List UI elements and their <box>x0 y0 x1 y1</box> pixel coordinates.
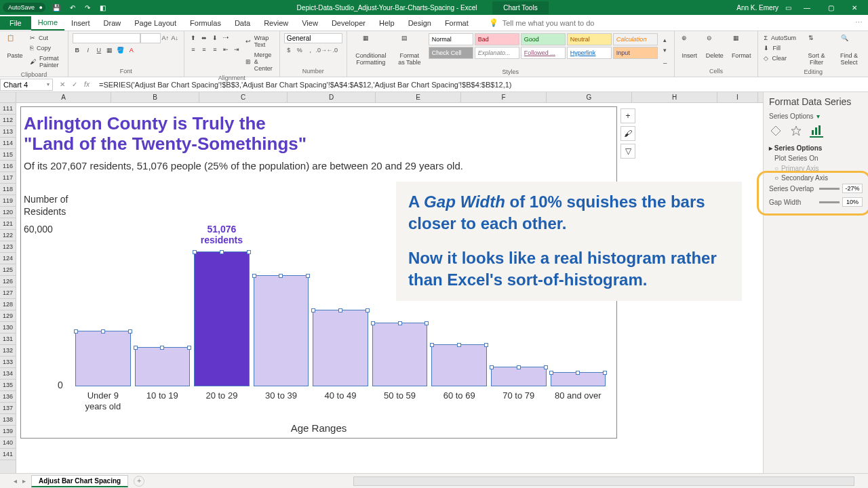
italic-button[interactable]: I <box>83 45 93 55</box>
styles-scroll-down-icon[interactable]: ▾ <box>660 45 670 55</box>
series-overlap-slider[interactable] <box>819 188 840 190</box>
tab-draw[interactable]: Draw <box>97 16 128 30</box>
column-header[interactable]: B <box>111 92 199 102</box>
increase-decimal-icon[interactable]: .0→ <box>317 45 326 55</box>
row-header[interactable]: 134 <box>0 368 16 380</box>
chart-elements-button[interactable]: + <box>620 108 635 123</box>
row-header[interactable]: 118 <box>0 184 16 195</box>
row-header[interactable]: 138 <box>0 414 16 426</box>
column-header[interactable]: E <box>376 92 461 102</box>
copy-button[interactable]: ⎘ Copy <box>28 43 64 53</box>
tell-me-input[interactable] <box>502 19 638 27</box>
sheet-tab-active[interactable]: Adjust Bar Chart Spacing <box>31 475 128 487</box>
series-options-tab-icon[interactable] <box>810 124 823 138</box>
tab-data[interactable]: Data <box>228 16 257 30</box>
tab-view[interactable]: View <box>295 16 325 30</box>
chart-subtitle[interactable]: Of its 207,607 residents, 51,076 people … <box>21 157 616 178</box>
row-header[interactable]: 127 <box>0 287 16 299</box>
next-sheet-icon[interactable]: ▸ <box>22 477 26 485</box>
series-options-section[interactable]: ▸ Series Options <box>769 144 863 152</box>
format-cells-button[interactable]: ▦Format <box>729 33 754 66</box>
undo-icon[interactable]: ↶ <box>67 3 78 13</box>
row-header[interactable]: 132 <box>0 345 16 357</box>
find-select-button[interactable]: 🔍Find & Select <box>834 33 864 67</box>
tab-page-layout[interactable]: Page Layout <box>127 16 183 30</box>
row-header[interactable]: 119 <box>0 195 16 207</box>
number-format-dropdown[interactable] <box>284 33 342 43</box>
align-middle-icon[interactable]: ⬌ <box>199 33 209 43</box>
font-size-input[interactable] <box>140 33 161 43</box>
bold-button[interactable]: B <box>73 45 82 55</box>
style-normal[interactable]: Normal <box>429 33 473 45</box>
styles-more-icon[interactable]: ⎯ <box>660 56 670 65</box>
bar[interactable] <box>75 331 131 386</box>
prev-sheet-icon[interactable]: ◂ <box>14 477 17 485</box>
series-overlap-field[interactable]: Series Overlap <box>769 184 863 193</box>
gap-width-field[interactable]: Gap Width <box>769 197 863 207</box>
x-axis-label[interactable]: 80 and over <box>551 390 606 411</box>
gap-width-slider[interactable] <box>819 201 840 203</box>
x-axis-label[interactable]: 10 to 19 <box>135 390 191 411</box>
align-left-icon[interactable]: ≡ <box>189 45 198 54</box>
sort-filter-button[interactable]: ⇅Sort & Filter <box>802 33 831 67</box>
format-painter-button[interactable]: 🖌 Format Painter <box>28 54 64 70</box>
tab-file[interactable]: File <box>0 16 31 30</box>
row-header[interactable]: 123 <box>0 241 16 253</box>
tab-help[interactable]: Help <box>372 16 401 30</box>
delete-cells-button[interactable]: ⊖Delete <box>703 33 726 66</box>
decrease-decimal-icon[interactable]: ←.0 <box>328 45 337 55</box>
tab-home[interactable]: Home <box>31 16 64 30</box>
style-neutral[interactable]: Neutral <box>567 33 612 45</box>
increase-font-icon[interactable]: A↑ <box>161 33 170 43</box>
effects-tab-icon[interactable] <box>789 124 803 138</box>
select-all-corner[interactable] <box>0 92 16 102</box>
row-header[interactable]: 116 <box>0 161 16 172</box>
maximize-button[interactable]: ▢ <box>823 3 840 13</box>
orientation-icon[interactable]: ⭬ <box>221 33 231 43</box>
style-input[interactable]: Input <box>613 47 658 59</box>
x-axis-label[interactable]: 70 to 79 <box>491 390 547 411</box>
row-header[interactable]: 124 <box>0 253 16 264</box>
column-header[interactable]: C <box>199 92 288 102</box>
row-header[interactable]: 126 <box>0 276 16 287</box>
clear-button[interactable]: ◇ Clear <box>762 54 799 63</box>
paste-button[interactable]: 📋 Paste <box>4 33 26 70</box>
tab-insert[interactable]: Insert <box>64 16 97 30</box>
row-header[interactable]: 141 <box>0 449 16 460</box>
underline-button[interactable]: U <box>94 45 104 55</box>
format-pane-options-dropdown[interactable]: Series Options ▾ <box>769 113 863 120</box>
indent-increase-icon[interactable]: ⇥ <box>232 45 241 54</box>
minimize-button[interactable]: — <box>798 3 816 13</box>
style-bad[interactable]: Bad <box>475 33 519 45</box>
row-header[interactable]: 137 <box>0 403 16 414</box>
autosum-button[interactable]: Σ AutoSum <box>762 33 799 43</box>
cut-button[interactable]: ✂ Cut <box>28 33 64 43</box>
tab-format[interactable]: Format <box>438 16 475 30</box>
add-sheet-button[interactable]: + <box>134 476 144 487</box>
comma-icon[interactable]: , <box>306 45 315 55</box>
cancel-formula-icon[interactable]: ✕ <box>57 81 68 88</box>
ribbon-display-icon[interactable]: ▭ <box>785 4 791 12</box>
bar[interactable] <box>135 347 191 387</box>
row-header[interactable]: 114 <box>0 138 16 149</box>
row-header[interactable]: 113 <box>0 126 16 138</box>
data-label[interactable]: 51,076residents <box>201 224 243 245</box>
row-header[interactable]: 130 <box>0 322 16 333</box>
decrease-font-icon[interactable]: A↓ <box>170 33 180 43</box>
row-header[interactable]: 117 <box>0 172 16 184</box>
wrap-text-button[interactable]: ↩ Wrap Text <box>244 33 275 49</box>
bar[interactable] <box>551 372 606 386</box>
tell-me-search[interactable]: 💡 <box>489 18 638 27</box>
styles-scroll-up-icon[interactable]: ▴ <box>660 35 670 45</box>
row-header[interactable]: 115 <box>0 149 16 161</box>
row-header[interactable]: 131 <box>0 333 16 345</box>
currency-icon[interactable]: $ <box>284 45 294 55</box>
x-axis-label[interactable]: 20 to 29 <box>194 390 250 411</box>
align-top-icon[interactable]: ⬆ <box>189 33 198 43</box>
x-axis-labels[interactable]: Under 9 years old10 to 1920 to 2930 to 3… <box>66 390 615 411</box>
font-name-input[interactable] <box>73 33 140 43</box>
format-as-table-button[interactable]: ▤ Format as Table <box>393 33 426 67</box>
tab-design[interactable]: Design <box>401 16 438 30</box>
indent-decrease-icon[interactable]: ⇤ <box>221 45 231 54</box>
percent-icon[interactable]: % <box>295 45 304 55</box>
